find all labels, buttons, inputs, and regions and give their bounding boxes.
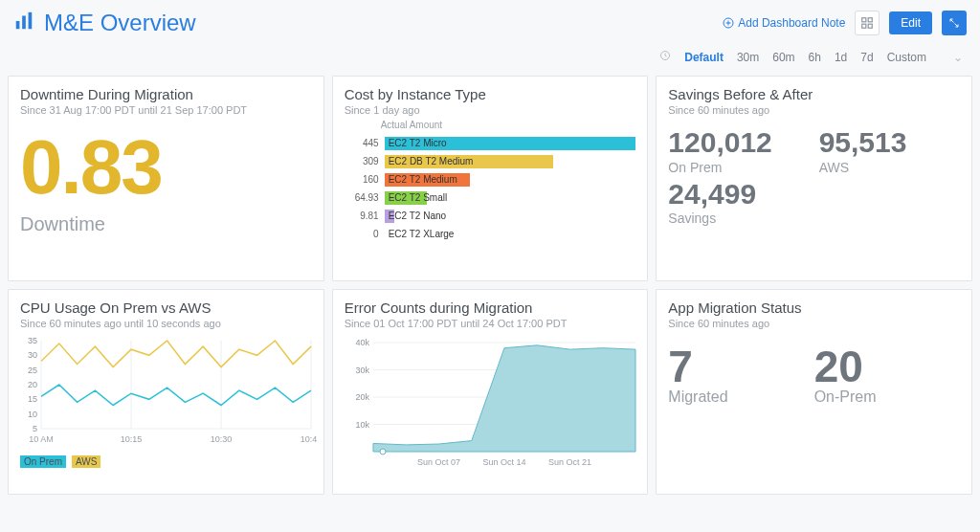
timerange-default[interactable]: Default (684, 51, 724, 64)
svg-text:40k: 40k (355, 338, 369, 347)
legend-aws: AWS (72, 455, 100, 468)
tile-migration-status[interactable]: App Migration Status Since 60 minutes ag… (656, 289, 972, 495)
title-wrap: M&E Overview (13, 10, 723, 36)
svg-rect-1 (22, 16, 26, 30)
data-point-marker (380, 449, 386, 454)
svg-text:30k: 30k (355, 366, 369, 375)
svg-text:Sun Oct 21: Sun Oct 21 (548, 457, 591, 467)
bar-label: EC2 T2 XLarge (389, 228, 455, 241)
timerange-6h[interactable]: 6h (809, 51, 821, 64)
savings-stats: 120,012On Prem95,513AWS24,499Savings (668, 127, 960, 226)
timerange-picker: Default30m60m6h1d7dCustom ⌄ (0, 42, 980, 76)
stat-value: 120,012 (668, 127, 809, 158)
timerange-7d[interactable]: 7d (860, 51, 873, 64)
add-dashboard-note-link[interactable]: Add Dashboard Note (723, 16, 845, 30)
downtime-label: Downtime (20, 213, 312, 235)
svg-text:Sun Oct 07: Sun Oct 07 (417, 457, 460, 467)
tile-title: CPU Usage On Prem vs AWS (20, 299, 312, 316)
stat-label: On Prem (668, 160, 809, 175)
downtime-value: 0.83 (20, 129, 312, 206)
tile-cost-by-instance[interactable]: Cost by Instance Type Since 1 day ago Ac… (332, 76, 649, 281)
bar-row: 160EC2 T2 Medium (345, 170, 636, 188)
svg-rect-0 (16, 21, 20, 29)
error-area-chart: 40k30k20k10k Sun Oct 07Sun Oct 14Sun Oct… (345, 335, 641, 469)
stat-value: 95,513 (819, 127, 960, 158)
timerange-custom[interactable]: Custom (887, 51, 926, 64)
timerange-1d[interactable]: 1d (835, 51, 847, 64)
bar-value: 64.93 (345, 192, 379, 203)
fullscreen-button[interactable] (942, 11, 967, 35)
bar-label: EC2 T2 Small (389, 191, 448, 205)
stat-value: 24,499 (668, 179, 809, 210)
layout-grid-button[interactable] (855, 11, 880, 35)
bar-label: EC2 DB T2 Medium (389, 155, 474, 168)
svg-text:10k: 10k (355, 420, 369, 430)
bar-label: EC2 T2 Micro (389, 137, 447, 150)
bar-value: 309 (345, 156, 379, 166)
tile-subtitle: Since 60 minutes ago (668, 104, 960, 116)
expand-icon (948, 17, 960, 29)
dashboard-grid: Downtime During Migration Since 31 Aug 1… (0, 76, 980, 495)
clock-icon (659, 50, 671, 64)
migration-stats: 7 Migrated 20 On-Prem (668, 344, 960, 406)
tile-downtime[interactable]: Downtime During Migration Since 31 Aug 1… (8, 76, 324, 281)
tile-subtitle: Since 1 day ago (345, 104, 636, 116)
stat: 120,012On Prem (668, 127, 809, 175)
bar-chart-icon (13, 11, 34, 35)
svg-text:10:15: 10:15 (121, 434, 143, 444)
chart-series-label: Actual Amount (345, 120, 636, 130)
svg-text:10:45: 10:45 (301, 434, 317, 444)
svg-text:30: 30 (28, 350, 37, 360)
bar-label: EC2 T2 Medium (389, 173, 457, 187)
svg-text:10 AM: 10 AM (29, 434, 54, 444)
tile-subtitle: Since 01 Oct 17:00 PDT until 24 Oct 17:0… (345, 318, 636, 329)
tile-savings[interactable]: Savings Before & After Since 60 minutes … (656, 76, 972, 281)
stat-value: 20 (814, 344, 960, 388)
bar-row: 9.81EC2 T2 Nano (345, 207, 636, 225)
bar-chart: 445EC2 T2 Micro309EC2 DB T2 Medium160EC2… (345, 134, 636, 243)
tile-cpu-usage[interactable]: CPU Usage On Prem vs AWS Since 60 minute… (8, 289, 324, 495)
svg-rect-5 (868, 18, 872, 22)
dashboard-header: M&E Overview Add Dashboard Note Edit (0, 0, 980, 42)
grid-icon (860, 16, 874, 30)
stat-label: AWS (819, 160, 960, 175)
stat-label: Savings (668, 211, 809, 226)
svg-text:20k: 20k (355, 392, 369, 402)
tile-title: Downtime During Migration (20, 86, 312, 102)
tile-subtitle: Since 31 Aug 17:00 PDT until 21 Sep 17:0… (20, 104, 312, 116)
bar-label: EC2 T2 Nano (389, 210, 446, 223)
svg-rect-2 (29, 12, 33, 29)
timerange-60m[interactable]: 60m (772, 51, 794, 64)
bar-row: 309EC2 DB T2 Medium (345, 152, 636, 170)
stat-label: On-Prem (814, 388, 960, 406)
chevron-down-icon: ⌄ (953, 51, 963, 64)
chart-legend: On Prem AWS (20, 455, 312, 468)
stat-migrated: 7 Migrated (668, 344, 813, 406)
plus-circle-icon (723, 17, 734, 29)
stat-onprem: 20 On-Prem (814, 344, 960, 406)
bar-value: 0 (345, 229, 379, 239)
stat: 95,513AWS (819, 127, 960, 175)
timerange-30m[interactable]: 30m (737, 51, 759, 64)
bar-value: 9.81 (345, 211, 379, 221)
svg-text:10:30: 10:30 (211, 434, 233, 444)
header-actions: Add Dashboard Note Edit (723, 11, 967, 35)
bar-value: 445 (345, 138, 379, 148)
svg-text:10: 10 (28, 410, 37, 419)
edit-button[interactable]: Edit (889, 11, 932, 34)
svg-text:Sun Oct 14: Sun Oct 14 (482, 457, 525, 467)
svg-text:15: 15 (28, 394, 37, 404)
tile-title: App Migration Status (668, 299, 960, 316)
bar-row: 64.93EC2 T2 Small (345, 188, 636, 207)
svg-text:35: 35 (28, 336, 37, 345)
svg-text:25: 25 (28, 366, 37, 375)
svg-text:5: 5 (33, 424, 37, 433)
svg-rect-4 (862, 18, 866, 22)
page-title: M&E Overview (44, 10, 196, 36)
tile-subtitle: Since 60 minutes ago until 10 seconds ag… (20, 318, 312, 329)
tile-subtitle: Since 60 minutes ago (668, 318, 960, 329)
stat: 24,499Savings (668, 179, 809, 227)
svg-rect-7 (868, 24, 872, 28)
bar-row: 445EC2 T2 Micro (345, 134, 636, 152)
tile-error-counts[interactable]: Error Counts during Migration Since 01 O… (332, 289, 649, 495)
